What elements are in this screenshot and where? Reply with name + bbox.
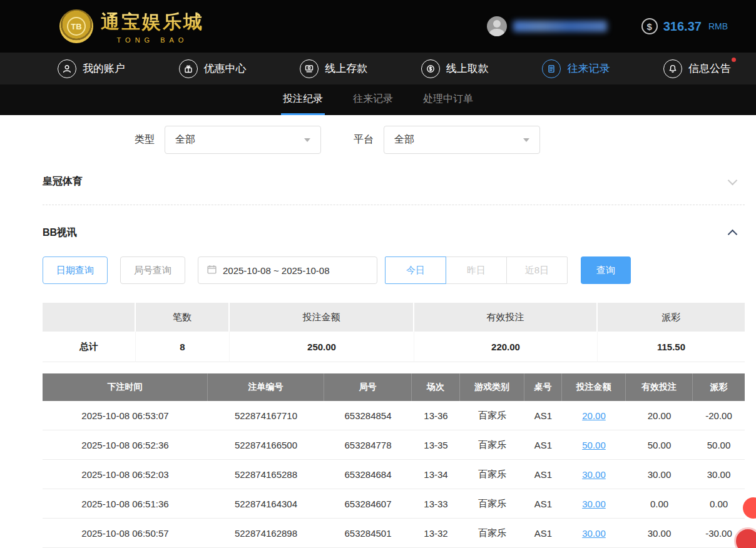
summary-total-label: 总计	[43, 332, 136, 362]
bet-amount-link[interactable]: 30.00	[582, 469, 606, 480]
session: 13-36	[412, 401, 460, 430]
nav-item-withdraw[interactable]: 线上取款	[421, 59, 489, 78]
date-range-picker[interactable]: 2025-10-08 ~ 2025-10-08	[198, 256, 377, 284]
chevron-up-icon[interactable]	[728, 230, 738, 240]
tab-bet-records[interactable]: 投注纪录	[281, 84, 325, 115]
section-bb-video[interactable]: BB视讯	[43, 226, 745, 240]
table-row: 2025-10-08 06:52:36 522874166500 6532847…	[43, 430, 745, 460]
table-number: AS1	[524, 519, 562, 548]
query-bar: 日期查询 局号查询 2025-10-08 ~ 2025-10-08 今日 昨日 …	[43, 256, 745, 284]
summary-table: 笔数 投注金额 有效投注 派彩 总计 8 250.00 220.00 115.5…	[43, 303, 745, 362]
dollar-icon: $	[641, 18, 658, 34]
session: 13-35	[412, 430, 460, 460]
summary-valid-bet-value: 220.00	[414, 332, 598, 362]
bet-amount-link[interactable]: 30.00	[582, 499, 606, 509]
col-table-number: 桌号	[524, 373, 562, 401]
table-row: 2025-10-08 06:50:57 522874162898 6532845…	[43, 519, 745, 548]
bet-amount-link[interactable]: 50.00	[582, 440, 606, 450]
summary-bet-amount-value: 250.00	[230, 332, 414, 362]
summary-header-row: 笔数 投注金额 有效投注 派彩	[43, 303, 745, 332]
content-area: 类型 全部 平台 全部 皇冠体育 BB视讯 日	[0, 126, 756, 548]
table-number: AS1	[524, 460, 562, 489]
valid-bet: 50.00	[626, 430, 693, 460]
bet-time: 2025-10-08 06:50:57	[43, 519, 208, 548]
summary-total-row: 总计 8 250.00 220.00 115.50	[43, 332, 745, 362]
valid-bet: 30.00	[626, 519, 693, 548]
summary-header-blank	[43, 303, 136, 332]
tab-transaction-records[interactable]: 往来记录	[351, 84, 395, 115]
nav-label: 线上存款	[325, 61, 367, 76]
nav-label: 信息公告	[688, 61, 731, 76]
platform-select[interactable]: 全部	[384, 126, 540, 154]
summary-count-value: 8	[136, 332, 230, 362]
nav-item-my-account[interactable]: 我的账户	[58, 59, 125, 78]
user-account[interactable]	[487, 16, 607, 36]
col-order-number: 注单编号	[208, 373, 324, 401]
bet-records-table: 下注时间 注单编号 局号 场次 游戏类别 桌号 投注金额 有效投注 派彩 202…	[43, 373, 745, 548]
summary-payout-value: 115.50	[598, 332, 745, 362]
table-header-row: 下注时间 注单编号 局号 场次 游戏类别 桌号 投注金额 有效投注 派彩	[43, 373, 745, 401]
search-button[interactable]: 查询	[581, 256, 631, 284]
payout: 30.00	[693, 460, 745, 489]
nav-item-records[interactable]: 往来记录	[542, 59, 610, 78]
nav-item-deposit[interactable]: 线上存款	[300, 59, 367, 78]
calendar-icon	[207, 264, 217, 277]
bet-amount-link[interactable]: 30.00	[582, 528, 606, 539]
recent-8-days-button[interactable]: 近8日	[506, 256, 568, 284]
balance-amount: 316.37	[663, 19, 702, 34]
bet-time: 2025-10-08 06:53:07	[43, 401, 208, 430]
table-row: 2025-10-08 06:52:03 522874165288 6532846…	[43, 460, 745, 489]
logo-subtitle: TONG BAO	[101, 36, 204, 44]
type-label: 类型	[135, 133, 155, 146]
nav-label: 线上取款	[446, 61, 489, 76]
records-icon	[542, 59, 561, 78]
col-valid-bet: 有效投注	[626, 373, 693, 401]
round-number: 653284684	[324, 460, 412, 489]
date-range-value: 2025-10-08 ~ 2025-10-08	[223, 265, 330, 276]
bet-time: 2025-10-08 06:51:36	[43, 489, 208, 519]
notification-dot	[732, 58, 736, 62]
bell-icon	[663, 59, 682, 78]
order-number: 522874166500	[208, 430, 324, 460]
valid-bet: 20.00	[626, 401, 693, 430]
chevron-down-icon[interactable]	[728, 175, 738, 185]
page-root: TB 通宝娱乐城 TONG BAO $ 316.37 RMB 我的账	[0, 0, 756, 548]
top-bar: TB 通宝娱乐城 TONG BAO $ 316.37 RMB	[0, 0, 756, 53]
summary-header-bet-amount: 投注金额	[230, 303, 414, 332]
valid-bet: 0.00	[626, 489, 693, 519]
quick-range-group: 今日 昨日 近8日	[385, 256, 568, 284]
sub-tabs: 投注纪录 往来记录 处理中订单	[0, 84, 756, 115]
game-type: 百家乐	[460, 489, 524, 519]
section-crown-sports[interactable]: 皇冠体育	[43, 175, 745, 188]
type-select[interactable]: 全部	[165, 126, 321, 154]
avatar	[487, 16, 507, 36]
platform-select-value: 全部	[394, 133, 414, 146]
filter-row: 类型 全部 平台 全部	[135, 126, 745, 154]
round-number: 653284607	[324, 489, 412, 519]
round-query-button[interactable]: 局号查询	[120, 256, 185, 284]
bb-video-title: BB视讯	[43, 226, 77, 240]
yesterday-button[interactable]: 昨日	[446, 256, 507, 284]
brand-logo[interactable]: TB 通宝娱乐城 TONG BAO	[59, 9, 204, 44]
username-redacted	[513, 21, 607, 32]
nav-label: 往来记录	[567, 61, 610, 76]
tab-processing-orders[interactable]: 处理中订单	[421, 84, 475, 115]
col-round-number: 局号	[324, 373, 412, 401]
today-button[interactable]: 今日	[385, 256, 446, 284]
table-row: 2025-10-08 06:53:07 522874167710 6532848…	[43, 401, 745, 430]
summary-header-valid-bet: 有效投注	[414, 303, 598, 332]
bet-amount-link[interactable]: 20.00	[582, 410, 606, 421]
nav-label: 优惠中心	[204, 61, 247, 76]
crown-sports-title: 皇冠体育	[43, 175, 83, 188]
withdraw-icon	[421, 59, 440, 78]
logo-badge: TB	[67, 17, 86, 36]
nav-item-promotions[interactable]: 优惠中心	[179, 59, 247, 78]
nav-item-announcements[interactable]: 信息公告	[663, 59, 731, 78]
session: 13-34	[412, 460, 460, 489]
poker-chip-icon: TB	[59, 9, 93, 43]
date-query-button[interactable]: 日期查询	[43, 256, 108, 284]
valid-bet: 30.00	[626, 460, 693, 489]
game-type: 百家乐	[460, 401, 524, 430]
logo-title: 通宝娱乐城	[101, 9, 204, 35]
dashed-divider	[43, 205, 745, 205]
